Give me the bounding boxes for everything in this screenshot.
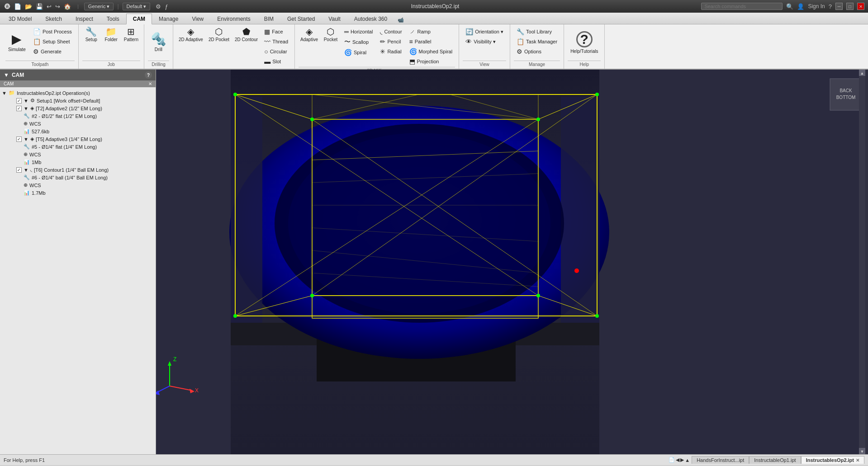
tab-manage[interactable]: Manage — [152, 13, 185, 24]
generate-button[interactable]: ⚙ Generate — [30, 47, 75, 56]
help-icon[interactable]: ? — [829, 3, 832, 10]
tab-nav-left[interactable]: ◀ — [676, 457, 679, 463]
tab-nav-right[interactable]: ▶ — [680, 457, 684, 463]
video-indicator: 📹 — [398, 17, 404, 24]
tab-vault[interactable]: Vault — [322, 13, 347, 24]
projection-button[interactable]: ⬒ Projection — [407, 57, 455, 66]
viewport[interactable]: Z X Y BACK BOTTOM ▲ ▼ — [156, 70, 868, 454]
toolpath-label: Toolpath — [5, 61, 75, 67]
title-bar-left: 🅐 📄 📂 💾 ↩ ↪ 🏠 | Generic ▾ | Default ▾ ⚙ … — [4, 3, 169, 10]
2d-adaptive-button[interactable]: ◈ 2D Adaptive — [177, 26, 205, 43]
tab-3d-model[interactable]: 3D Model — [2, 13, 38, 24]
tree-t5[interactable]: ✓ ▼ ◈ [T5] Adaptive3 (1/4" EM Long) — [2, 135, 154, 143]
scheme-dropdown[interactable]: Default ▾ — [123, 3, 151, 10]
tab-hands[interactable]: HandsForInstruct...ipt — [692, 456, 749, 464]
tree-t5-tool[interactable]: 🔧 #5 - Ø1/4" flat (1/4" EM Long) — [2, 143, 154, 151]
thread-button[interactable]: 〰 Thread — [261, 37, 291, 46]
tree-t2-tool[interactable]: 🔧 #2 - Ø1/2" flat (1/2" EM Long) — [2, 112, 154, 120]
panel-close-icon[interactable]: ✕ — [148, 81, 152, 86]
2d-contour-button[interactable]: ⬟ 2D Contour — [233, 26, 260, 43]
face-button[interactable]: ▦ Face — [261, 27, 291, 36]
morphed-spiral-button[interactable]: 🌀 Morphed Spiral — [407, 47, 455, 56]
tree-setup1[interactable]: ✓ ▼ ⚙ Setup1 [Work offset=Default] — [2, 97, 154, 104]
tab-sketch[interactable]: Sketch — [38, 13, 69, 24]
cam-help-icon[interactable]: ? — [145, 71, 152, 79]
tab-get-started[interactable]: Get Started — [280, 13, 322, 24]
slot-button[interactable]: ▬ Slot — [261, 57, 291, 66]
scallop-button[interactable]: 〜 Scallop — [342, 37, 375, 47]
undo-icon[interactable]: ↩ — [46, 3, 52, 10]
post-process-button[interactable]: 📄 Post Process — [30, 27, 75, 36]
setup-sheet-icon: 📋 — [33, 38, 41, 45]
spiral-button[interactable]: 🌀 Spiral — [342, 48, 375, 57]
pattern-button[interactable]: ⊞ Pattern — [122, 26, 140, 43]
tab-prev-icon[interactable]: 📄 — [669, 457, 675, 463]
help-tutorials-button[interactable]: ? Help/Tutorials — [568, 26, 601, 59]
circular-button[interactable]: ○ Circular — [261, 47, 291, 56]
folder-button[interactable]: 📁 Folder — [102, 26, 120, 43]
search-icon[interactable]: 🔍 — [786, 3, 793, 10]
save-icon[interactable]: 💾 — [35, 3, 44, 10]
toolpath-col: 📄 Post Process 📋 Setup Sheet ⚙ Generate — [30, 26, 75, 56]
setup-button[interactable]: 🔧 Setup — [82, 26, 100, 43]
tab-autodesk360[interactable]: Autodesk 360 — [347, 13, 394, 24]
tree-t2-wcs[interactable]: ⊕ WCS — [2, 120, 154, 127]
tree-t2[interactable]: ✓ ▼ ◈ [T2] Adaptive2 (1/2" EM Long) — [2, 104, 154, 112]
t2-check[interactable]: ✓ — [16, 106, 22, 111]
task-manager-button[interactable]: 📋 Task Manager — [514, 37, 560, 46]
adaptive-button[interactable]: ◈ Adaptive — [299, 26, 320, 43]
tab-op2[interactable]: InstructablesOp2.ipt ✕ — [801, 456, 864, 464]
t5-check[interactable]: ✓ — [16, 137, 22, 142]
search-input[interactable] — [701, 3, 783, 10]
close-btn[interactable]: ✕ — [857, 3, 864, 10]
sign-in-label[interactable]: Sign In — [808, 3, 825, 9]
user-icon[interactable]: 👤 — [797, 3, 804, 10]
3d-milling-col3: ⟋ Ramp ≡ Parallel 🌀 Morphed Spiral ⬒ Pro… — [407, 26, 455, 66]
visibility-button[interactable]: 👁 Visibility ▾ — [463, 37, 506, 46]
tree-t5-wcs[interactable]: ⊕ WCS — [2, 151, 154, 158]
t2-expand-icon: ▼ — [24, 106, 28, 111]
t6-check[interactable]: ✓ — [16, 167, 22, 173]
ramp-button[interactable]: ⟋ Ramp — [407, 27, 455, 36]
t5-size-label: 1Mb — [32, 160, 41, 165]
tab-inspect[interactable]: Inspect — [69, 13, 100, 24]
drill-button[interactable]: 🔩 Drill — [148, 26, 169, 59]
tree-root[interactable]: ▼ 📁 InstructablesOp2.ipt Operation(s) — [2, 89, 154, 97]
tab-op2-close[interactable]: ✕ — [856, 458, 859, 463]
parallel-button[interactable]: ≡ Parallel — [407, 37, 455, 46]
fx-icon[interactable]: ƒ — [164, 3, 169, 10]
tree-t6-wcs[interactable]: ⊕ WCS — [2, 181, 154, 189]
radial-button[interactable]: ✳ Radial — [377, 47, 404, 56]
tab-environments[interactable]: Environments — [210, 13, 257, 24]
simulate-button[interactable]: ▶ Simulate — [5, 26, 28, 59]
tab-bim[interactable]: BIM — [257, 13, 280, 24]
horizontal-button[interactable]: ═ Horizontal — [342, 27, 375, 36]
tree-t6-tool[interactable]: 🔧 #6 - Ø1/4" ball (1/4" Ball EM Long) — [2, 174, 154, 181]
pocket-button[interactable]: ⬡ Pocket — [322, 26, 340, 43]
open-icon[interactable]: 📂 — [24, 3, 33, 10]
setup1-check[interactable]: ✓ — [16, 98, 22, 104]
tab-view[interactable]: View — [185, 13, 210, 24]
tab-tools[interactable]: Tools — [100, 13, 126, 24]
cam-section-collapse-icon[interactable]: ▼ — [4, 72, 9, 78]
redo-icon[interactable]: ↪ — [54, 3, 61, 10]
t6-expand-icon: ▼ — [24, 167, 28, 173]
tab-expand-icon[interactable]: ▲ — [685, 457, 690, 463]
new-icon[interactable]: 📄 — [13, 3, 22, 10]
ribbon-group-3d-milling: ◈ Adaptive ⬡ Pocket ═ Horizontal 〜 Scall… — [295, 24, 459, 69]
minimize-btn[interactable]: ─ — [835, 3, 843, 10]
tree-t6[interactable]: ✓ ▼ ◟ [T6] Contour1 (1/4" Ball EM Long) — [2, 166, 154, 174]
orientation-button[interactable]: 🔄 Orientation ▾ — [463, 27, 506, 36]
tab-cam[interactable]: CAM — [126, 14, 152, 24]
tool-library-button[interactable]: 🔧 Tool Library — [514, 27, 560, 36]
setup-sheet-button[interactable]: 📋 Setup Sheet — [30, 37, 75, 46]
pencil-button[interactable]: ✏ Pencil — [377, 37, 404, 46]
tab-op1[interactable]: InstructableOp1.ipt — [749, 456, 801, 464]
maximize-btn[interactable]: □ — [846, 3, 854, 10]
options-button[interactable]: ⚙ Options — [514, 47, 560, 56]
home-icon[interactable]: 🏠 — [63, 3, 72, 10]
settings-icon[interactable]: ⚙ — [155, 3, 162, 10]
workspace-dropdown[interactable]: Generic ▾ — [84, 3, 114, 10]
contour-button[interactable]: ◟ Contour — [377, 27, 404, 36]
2d-pocket-button[interactable]: ⬡ 2D Pocket — [207, 26, 231, 43]
